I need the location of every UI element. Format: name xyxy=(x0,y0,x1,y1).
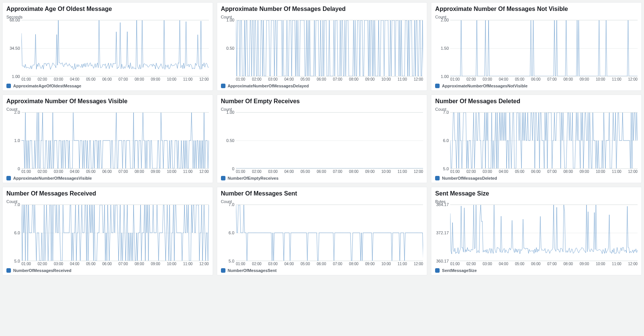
plot[interactable] xyxy=(236,20,423,76)
y-axis: 1.000.50 xyxy=(221,20,236,76)
metric-panel[interactable]: Number Of Messages ReceivedCount7.06.05.… xyxy=(2,187,213,275)
x-tick: 06:00 xyxy=(317,77,326,81)
legend[interactable]: ApproximateNumberOfMessagesNotVisible xyxy=(435,84,638,88)
metric-panel[interactable]: Sent Message SizeBytes384.17372.17360.17… xyxy=(431,187,642,275)
metric-panel[interactable]: Approximate Number Of Messages VisibleCo… xyxy=(2,95,213,183)
x-tick: 01:00 xyxy=(236,262,245,266)
legend-swatch-icon xyxy=(221,268,225,273)
x-tick: 04:00 xyxy=(70,77,79,81)
legend[interactable]: ApproximateNumberOfMessagesDelayed xyxy=(221,84,423,88)
x-tick: 10:00 xyxy=(596,170,605,174)
metric-panel[interactable]: Number Of Messages SentCount7.06.05.001:… xyxy=(217,187,428,275)
chart-area[interactable]: 1.000.50 xyxy=(221,20,423,76)
y-tick: 1.00 xyxy=(12,74,20,79)
legend[interactable]: ApproximateNumberOfMessagesVisible xyxy=(6,176,209,180)
x-tick: 03:00 xyxy=(54,77,63,81)
x-tick: 10:00 xyxy=(596,262,605,266)
x-tick: 02:00 xyxy=(466,170,476,174)
x-tick: 03:00 xyxy=(483,170,492,174)
x-tick: 09:00 xyxy=(365,77,375,81)
plot[interactable] xyxy=(236,112,423,169)
chart-area[interactable]: 68.0034.501.00 xyxy=(6,20,209,76)
x-axis: 01:0002:0003:0004:0005:0006:0007:0008:00… xyxy=(435,77,638,81)
metric-panel[interactable]: Approximate Number Of Messages DelayedCo… xyxy=(217,2,428,91)
y-tick: 5.0 xyxy=(14,259,20,263)
y-tick: 6.0 xyxy=(228,231,234,235)
x-tick: 11:00 xyxy=(183,170,193,174)
legend[interactable]: NumberOfMessagesDeleted xyxy=(435,176,638,180)
x-tick: 05:00 xyxy=(300,77,310,81)
x-tick: 07:00 xyxy=(333,262,342,266)
x-tick: 08:00 xyxy=(135,170,144,174)
x-tick: 02:00 xyxy=(38,77,47,81)
y-tick: 2.0 xyxy=(14,110,20,115)
x-tick: 04:00 xyxy=(70,170,79,174)
legend[interactable]: NumberOfMessagesReceived xyxy=(6,268,209,273)
x-tick: 05:00 xyxy=(515,262,524,266)
y-tick: 6.0 xyxy=(14,231,20,235)
metric-panel[interactable]: Number Of Messages DeletedCount7.06.05.0… xyxy=(431,95,642,183)
x-tick: 05:00 xyxy=(300,262,310,266)
y-tick: 0 xyxy=(18,166,20,171)
plot[interactable] xyxy=(450,205,638,261)
x-tick: 08:00 xyxy=(349,77,358,81)
chart-area[interactable]: 1.000.500 xyxy=(221,112,423,169)
panel-title: Approximate Number Of Messages Visible xyxy=(6,98,209,105)
x-tick: 02:00 xyxy=(252,77,262,81)
x-tick: 04:00 xyxy=(499,77,508,81)
chart-area[interactable]: 7.06.05.0 xyxy=(6,205,209,261)
legend-swatch-icon xyxy=(221,84,225,88)
x-tick: 08:00 xyxy=(349,170,358,174)
x-tick: 07:00 xyxy=(547,262,557,266)
metric-panel[interactable]: Approximate Number Of Messages Not Visib… xyxy=(431,2,642,91)
x-tick: 11:00 xyxy=(397,262,407,266)
x-tick: 03:00 xyxy=(483,262,492,266)
series-line xyxy=(450,113,638,168)
legend[interactable]: ApproximateAgeOfOldestMessage xyxy=(6,84,209,88)
x-tick: 10:00 xyxy=(381,262,391,266)
x-tick: 04:00 xyxy=(70,262,79,266)
metric-panel[interactable]: Approximate Age Of Oldest MessageSeconds… xyxy=(2,2,213,91)
x-tick: 01:00 xyxy=(21,170,31,174)
legend-swatch-icon xyxy=(221,176,225,180)
y-axis: 2.001.501.00 xyxy=(435,20,450,76)
metric-panel[interactable]: Number Of Empty ReceivesCount1.000.50001… xyxy=(217,95,428,183)
chart-area[interactable]: 384.17372.17360.17 xyxy=(435,205,638,261)
y-tick: 7.0 xyxy=(443,110,449,115)
chart-area[interactable]: 7.06.05.0 xyxy=(435,112,638,169)
x-tick: 11:00 xyxy=(397,77,407,81)
legend[interactable]: SentMessageSize xyxy=(435,268,638,273)
plot[interactable] xyxy=(21,112,209,169)
unit-label: Count xyxy=(435,107,638,111)
x-tick: 06:00 xyxy=(531,77,540,81)
x-tick: 10:00 xyxy=(167,77,177,81)
x-tick: 04:00 xyxy=(285,262,294,266)
x-tick: 05:00 xyxy=(86,262,96,266)
x-tick: 03:00 xyxy=(268,262,278,266)
x-tick: 05:00 xyxy=(86,77,96,81)
chart-area[interactable]: 2.001.501.00 xyxy=(435,20,638,76)
chart-area[interactable]: 7.06.05.0 xyxy=(221,205,423,261)
x-tick: 02:00 xyxy=(252,262,262,266)
y-tick: 0 xyxy=(232,166,234,171)
legend[interactable]: NumberOfEmptyReceives xyxy=(221,176,423,180)
panel-title: Number Of Empty Receives xyxy=(221,98,423,105)
plot[interactable] xyxy=(450,112,638,169)
legend[interactable]: NumberOfMessagesSent xyxy=(221,268,423,273)
x-tick: 01:00 xyxy=(21,77,31,81)
panel-title: Number Of Messages Deleted xyxy=(435,98,638,105)
x-tick: 05:00 xyxy=(300,170,310,174)
plot[interactable] xyxy=(236,205,423,261)
x-tick: 09:00 xyxy=(151,170,160,174)
y-tick: 1.00 xyxy=(226,110,234,115)
unit-label: Count xyxy=(6,199,209,204)
x-tick: 08:00 xyxy=(135,77,144,81)
plot[interactable] xyxy=(21,205,209,261)
x-tick: 02:00 xyxy=(252,170,262,174)
plot[interactable] xyxy=(21,20,209,76)
x-tick: 04:00 xyxy=(285,170,294,174)
plot[interactable] xyxy=(450,20,638,76)
legend-label: ApproximateAgeOfOldestMessage xyxy=(13,84,81,88)
x-tick: 08:00 xyxy=(349,262,358,266)
chart-area[interactable]: 2.01.00 xyxy=(6,112,209,169)
